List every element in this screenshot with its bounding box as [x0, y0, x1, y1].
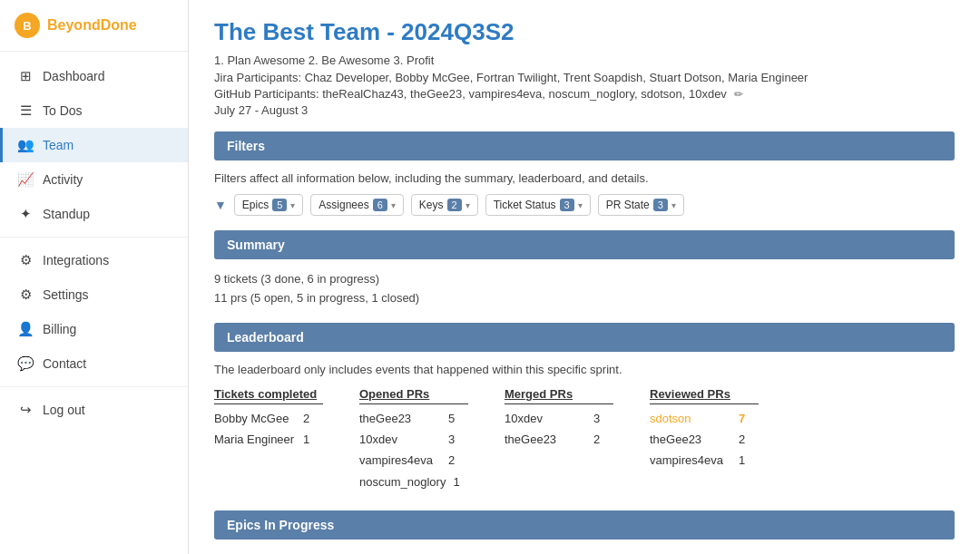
filter-ticket-status-count: 3	[560, 199, 574, 211]
settings-icon: ⚙	[17, 287, 34, 303]
lb-opened-header: Opened PRs	[359, 387, 468, 404]
standup-icon: ✦	[17, 206, 34, 222]
lb-opened-count3: 2	[448, 450, 455, 471]
sidebar-item-logout[interactable]: ↪ Log out	[0, 393, 188, 427]
filter-pr-state-count: 3	[653, 199, 668, 211]
sidebar-item-billing[interactable]: 👤 Billing	[0, 312, 188, 346]
sidebar-item-contact[interactable]: 💬 Contact	[0, 346, 188, 381]
navigation: ⊞ Dashboard ☰ To Dos 👥 Team 📈 Activity ✦…	[0, 52, 188, 554]
jira-label: Jira Participants:	[214, 71, 301, 84]
sidebar-label-standup: Standup	[43, 207, 90, 221]
sidebar-label-todos: To Dos	[43, 103, 83, 118]
lb-reviewed-count2: 2	[739, 429, 745, 450]
lb-tickets-row1: Bobby McGee 2	[214, 408, 323, 429]
sidebar: B BeyondDone ⊞ Dashboard ☰ To Dos 👥 Team…	[0, 0, 189, 554]
summary-header: Summary	[214, 230, 955, 259]
filter-assignees-chevron: ▾	[391, 200, 396, 210]
github-label: GitHub Participants:	[214, 87, 319, 101]
lb-opened-name3: vampires4eva	[359, 450, 441, 471]
logo-text-after: Done	[101, 17, 137, 33]
summary-content: 9 tickets (3 done, 6 in progress) 11 prs…	[214, 270, 955, 308]
lb-opened-row4: noscum_noglory 1	[359, 471, 468, 492]
lb-reviewed-name3: vampires4eva	[650, 450, 731, 471]
sidebar-item-team[interactable]: 👥 Team	[0, 128, 188, 162]
github-participants: GitHub Participants: theRealChaz43, theG…	[214, 87, 955, 101]
lb-tickets-name2: Maria Engineer	[214, 429, 296, 450]
filter-pr-state-label: PR State	[606, 199, 650, 211]
filter-assignees-count: 6	[373, 199, 387, 211]
github-names: theRealChaz43, theGee23, vampires4eva, n…	[322, 87, 727, 101]
lb-tickets-row2: Maria Engineer 1	[214, 429, 323, 450]
jira-names: Chaz Developer, Bobby McGee, Fortran Twi…	[305, 71, 808, 84]
main-content: The Best Team - 2024Q3S2 1. Plan Awesome…	[189, 0, 980, 554]
sidebar-label-integrations: Integrations	[43, 253, 109, 267]
logo-text: BeyondDone	[47, 17, 137, 34]
filters-header: Filters	[214, 131, 955, 160]
lb-tickets-count1: 2	[303, 408, 309, 429]
sidebar-item-settings[interactable]: ⚙ Settings	[0, 277, 188, 312]
sidebar-label-team: Team	[43, 138, 74, 152]
contact-icon: 💬	[17, 355, 34, 372]
lb-opened-count1: 5	[448, 408, 455, 429]
lb-merged-count1: 3	[593, 408, 600, 429]
summary-line2: 11 prs (5 open, 5 in progress, 1 closed)	[214, 289, 955, 308]
epics-header: Epics In Progress	[214, 510, 955, 539]
filter-epics-chevron: ▾	[290, 200, 295, 210]
jira-participants: Jira Participants: Chaz Developer, Bobby…	[214, 71, 955, 84]
lb-reviewed-row3: vampires4eva 1	[650, 450, 759, 471]
sidebar-item-dashboard[interactable]: ⊞ Dashboard	[0, 59, 188, 93]
lb-tickets-count2: 1	[303, 429, 309, 450]
lb-opened-row2: 10xdev 3	[359, 429, 468, 450]
sidebar-label-settings: Settings	[43, 287, 89, 302]
lb-reviewed-name2: theGee23	[650, 429, 731, 450]
lb-reviewed-header: Reviewed PRs	[650, 387, 759, 404]
dashboard-icon: ⊞	[17, 68, 34, 84]
filters-description: Filters affect all information below, in…	[214, 171, 955, 185]
filter-pr-state-chevron: ▾	[671, 200, 676, 210]
lb-opened-row3: vampires4eva 2	[359, 450, 468, 471]
leaderboard-description: The leaderboard only includes events tha…	[214, 363, 955, 376]
billing-icon: 👤	[17, 321, 34, 337]
sidebar-label-logout: Log out	[43, 403, 85, 417]
filter-assignees[interactable]: Assignees 6 ▾	[310, 194, 404, 216]
summary-line1: 9 tickets (3 done, 6 in progress)	[214, 270, 955, 289]
sidebar-item-integrations[interactable]: ⚙ Integrations	[0, 243, 188, 277]
sidebar-label-dashboard: Dashboard	[43, 69, 105, 83]
filter-icon: ▼	[214, 198, 227, 212]
lb-opened-name2: 10xdev	[359, 429, 441, 450]
sidebar-item-todos[interactable]: ☰ To Dos	[0, 93, 188, 128]
activity-icon: 📈	[17, 171, 34, 188]
lb-col-reviewed: Reviewed PRs sdotson 7 theGee23 2 vampir…	[650, 387, 759, 493]
lb-merged-header: Merged PRs	[505, 387, 613, 404]
edit-github-icon[interactable]: ✏	[734, 88, 743, 101]
lb-opened-name1: theGee23	[359, 408, 441, 429]
lb-reviewed-count1: 7	[739, 408, 745, 429]
lb-merged-row2: theGee23 2	[505, 429, 613, 450]
filter-ticket-status[interactable]: Ticket Status 3 ▾	[485, 194, 591, 216]
filter-keys[interactable]: Keys 2 ▾	[411, 194, 478, 216]
lb-opened-count4: 1	[453, 471, 459, 492]
filter-pr-state[interactable]: PR State 3 ▾	[598, 194, 684, 216]
filter-keys-count: 2	[447, 199, 462, 211]
integrations-icon: ⚙	[17, 252, 34, 268]
lb-opened-row1: theGee23 5	[359, 408, 468, 429]
todos-icon: ☰	[17, 102, 34, 119]
logo-icon: B	[15, 13, 40, 38]
filter-keys-label: Keys	[419, 199, 444, 211]
filter-row: ▼ Epics 5 ▾ Assignees 6 ▾ Keys 2 ▾ Ticke…	[214, 194, 955, 216]
lb-opened-count2: 3	[448, 429, 455, 450]
filter-epics[interactable]: Epics 5 ▾	[234, 194, 303, 216]
sidebar-label-activity: Activity	[43, 172, 83, 187]
lb-reviewed-row1: sdotson 7	[650, 408, 759, 429]
filter-keys-chevron: ▾	[466, 200, 470, 210]
sidebar-label-contact: Contact	[43, 356, 86, 371]
filter-assignees-label: Assignees	[318, 199, 368, 211]
lb-tickets-header: Tickets completed	[214, 387, 323, 404]
filter-epics-label: Epics	[242, 199, 269, 211]
sidebar-item-standup[interactable]: ✦ Standup	[0, 197, 188, 231]
lb-merged-row1: 10xdev 3	[505, 408, 613, 429]
logo: B BeyondDone	[0, 0, 188, 52]
lb-col-merged: Merged PRs 10xdev 3 theGee23 2	[505, 387, 613, 493]
sidebar-item-activity[interactable]: 📈 Activity	[0, 162, 188, 197]
lb-merged-count2: 2	[593, 429, 600, 450]
